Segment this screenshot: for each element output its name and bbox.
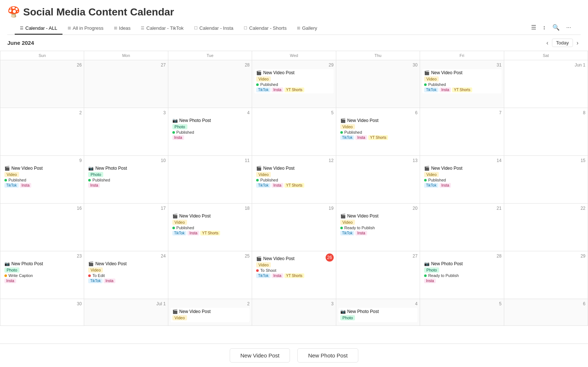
- day-cell[interactable]: 25: [168, 251, 252, 299]
- day-cell[interactable]: 8: [504, 108, 588, 156]
- day-cell[interactable]: 7: [420, 108, 504, 156]
- event-card[interactable]: 🎬New Video PostVideoPublishedTikTokInsta…: [171, 212, 250, 237]
- day-cell[interactable]: 28📷New Photo PostPhotoReady to PublishIn…: [420, 251, 504, 299]
- day-cell[interactable]: 29: [504, 251, 588, 299]
- event-emoji: 📷: [424, 261, 430, 266]
- nav-tab-calendar-all[interactable]: ☰Calendar - ALL: [15, 22, 62, 35]
- day-cell[interactable]: 30: [336, 60, 420, 108]
- platform-tag: TikTok: [172, 231, 187, 235]
- event-card[interactable]: 📷New Photo PostPhotoPublishedInsta: [171, 117, 250, 141]
- event-card[interactable]: 📷New Photo PostPhotoReady to PublishInst…: [422, 260, 501, 284]
- event-type-tag: Video: [4, 172, 19, 177]
- status-dot: [4, 179, 7, 181]
- day-cell[interactable]: Jul 1: [84, 299, 168, 326]
- day-cell[interactable]: 3: [252, 299, 336, 326]
- tab-label: Gallery: [302, 25, 317, 31]
- day-cell[interactable]: 4📷New Photo PostPhoto: [336, 299, 420, 326]
- status-row: Published: [256, 82, 331, 87]
- event-emoji: 🎬: [256, 70, 262, 75]
- tab-icon: ☰: [20, 26, 24, 30]
- event-title: 🎬New Video Post: [424, 70, 499, 75]
- event-card[interactable]: 🎬New Video PostVideoPublishedTikTokInsta: [3, 165, 82, 189]
- day-cell[interactable]: 27: [84, 60, 168, 108]
- day-cell[interactable]: 13: [336, 156, 420, 204]
- date-number: 17: [86, 206, 165, 211]
- sort-icon[interactable]: ↕: [541, 23, 548, 32]
- day-cell[interactable]: 2🎬New Video PostVideo: [168, 299, 252, 326]
- day-cell[interactable]: 26🎬New Video PostVideoTo ShootTikTokInst…: [252, 251, 336, 299]
- tab-icon: ☐: [244, 26, 247, 30]
- next-month-button[interactable]: ›: [574, 39, 581, 47]
- day-cell[interactable]: 6🎬New Video PostVideoPublishedTikTokInst…: [336, 108, 420, 156]
- day-cell[interactable]: 29🎬New Video PostVideoPublishedTikTokIns…: [252, 60, 336, 108]
- today-button[interactable]: Today: [552, 39, 573, 47]
- platform-tag: TikTok: [88, 278, 103, 283]
- day-cell[interactable]: 12🎬New Video PostVideoPublishedTikTokIns…: [252, 156, 336, 204]
- event-card[interactable]: 📷New Photo PostPhotoPublishedInsta: [86, 165, 165, 189]
- day-cell[interactable]: 10📷New Photo PostPhotoPublishedInsta: [84, 156, 168, 204]
- platform-tag: Insta: [424, 278, 436, 283]
- day-cell[interactable]: 3: [84, 108, 168, 156]
- event-title: 🎬New Video Post: [256, 70, 331, 75]
- day-cell[interactable]: 6: [504, 299, 588, 326]
- day-cell[interactable]: 30: [0, 299, 84, 326]
- prev-month-button[interactable]: ‹: [544, 39, 551, 47]
- day-cell[interactable]: 9🎬New Video PostVideoPublishedTikTokInst…: [0, 156, 84, 204]
- event-card[interactable]: 🎬New Video PostVideoTo ShootTikTokInstaY…: [254, 255, 333, 279]
- day-cell[interactable]: 18🎬New Video PostVideoPublishedTikTokIns…: [168, 204, 252, 251]
- day-cell[interactable]: 15: [504, 156, 588, 204]
- event-card[interactable]: 🎬New Video PostVideoTo EditTikTokInsta: [86, 260, 165, 284]
- day-cell[interactable]: 28: [168, 60, 252, 108]
- date-number: 2: [3, 110, 82, 115]
- event-card[interactable]: 🎬New Video PostVideoPublishedTikTokInsta…: [254, 165, 333, 189]
- event-card[interactable]: 🎬New Video PostVideoPublishedTikTokInsta…: [422, 69, 501, 93]
- day-cell[interactable]: 11: [168, 156, 252, 204]
- filter-icon[interactable]: ☰: [529, 22, 538, 32]
- day-cell[interactable]: 19: [252, 204, 336, 251]
- date-number: 5: [422, 301, 501, 306]
- nav-tab-gallery[interactable]: ⊞Gallery: [292, 22, 322, 35]
- day-cell[interactable]: 5: [252, 108, 336, 156]
- day-cell[interactable]: 20🎬New Video PostVideoReady to PublishTi…: [336, 204, 420, 251]
- day-cell[interactable]: 5: [420, 299, 504, 326]
- nav-tab-all-in-progress[interactable]: ⊞All in Progress: [62, 22, 109, 35]
- date-number: 2: [171, 301, 250, 306]
- nav-tab-calendar-tiktok[interactable]: ☰Calendar - TikTok: [136, 22, 189, 35]
- nav-tab-calendar-insta[interactable]: ☐Calendar - Insta: [189, 22, 239, 35]
- tab-label: Calendar - ALL: [25, 25, 57, 31]
- search-icon[interactable]: 🔍: [550, 22, 562, 32]
- date-number: 27: [86, 62, 165, 68]
- event-card[interactable]: 📷New Photo PostPhotoWrite CaptionInsta: [3, 260, 82, 284]
- nav-tab-ideas[interactable]: ⊞Ideas: [109, 22, 136, 35]
- event-card[interactable]: 🎬New Video PostVideoPublishedTikTokInsta: [422, 165, 501, 189]
- day-cell[interactable]: 31🎬New Video PostVideoPublishedTikTokIns…: [420, 60, 504, 108]
- day-cell[interactable]: 21: [420, 204, 504, 251]
- day-cell[interactable]: 2: [0, 108, 84, 156]
- event-title: 📷New Photo Post: [88, 166, 164, 171]
- event-card[interactable]: 🎬New Video PostVideoPublishedTikTokInsta…: [338, 117, 417, 141]
- day-cell[interactable]: Jun 1: [504, 60, 588, 108]
- date-number: 23: [3, 253, 82, 259]
- day-cell[interactable]: 24🎬New Video PostVideoTo EditTikTokInsta: [84, 251, 168, 299]
- event-card[interactable]: 🎬New Video PostVideo: [171, 308, 250, 322]
- event-card[interactable]: 🎬New Video PostVideoPublishedTikTokInsta…: [254, 69, 333, 93]
- day-headers: SunMonTueWedThuFriSat: [0, 51, 588, 60]
- platform-tag: YT Shorts: [368, 135, 388, 140]
- day-cell[interactable]: 27: [336, 251, 420, 299]
- status-text: Published: [260, 82, 278, 87]
- nav-tab-calendar-shorts[interactable]: ☐Calendar - Shorts: [239, 22, 292, 35]
- event-card[interactable]: 🎬New Video PostVideoReady to PublishTikT…: [338, 212, 417, 237]
- day-cell[interactable]: 4📷New Photo PostPhotoPublishedInsta: [168, 108, 252, 156]
- date-number: 4: [338, 301, 417, 306]
- more-icon[interactable]: ···: [564, 23, 573, 32]
- day-cell[interactable]: 26: [0, 60, 84, 108]
- date-number: 25: [171, 253, 250, 259]
- event-card[interactable]: 📷New Photo PostPhoto: [338, 308, 417, 322]
- day-cell[interactable]: 23📷New Photo PostPhotoWrite CaptionInsta: [0, 251, 84, 299]
- day-cell[interactable]: 17: [84, 204, 168, 251]
- day-cell[interactable]: 16: [0, 204, 84, 251]
- day-cell[interactable]: 14🎬New Video PostVideoPublishedTikTokIns…: [420, 156, 504, 204]
- platform-tag: Insta: [187, 231, 199, 235]
- day-cell[interactable]: 22: [504, 204, 588, 251]
- status-text: Published: [176, 130, 194, 134]
